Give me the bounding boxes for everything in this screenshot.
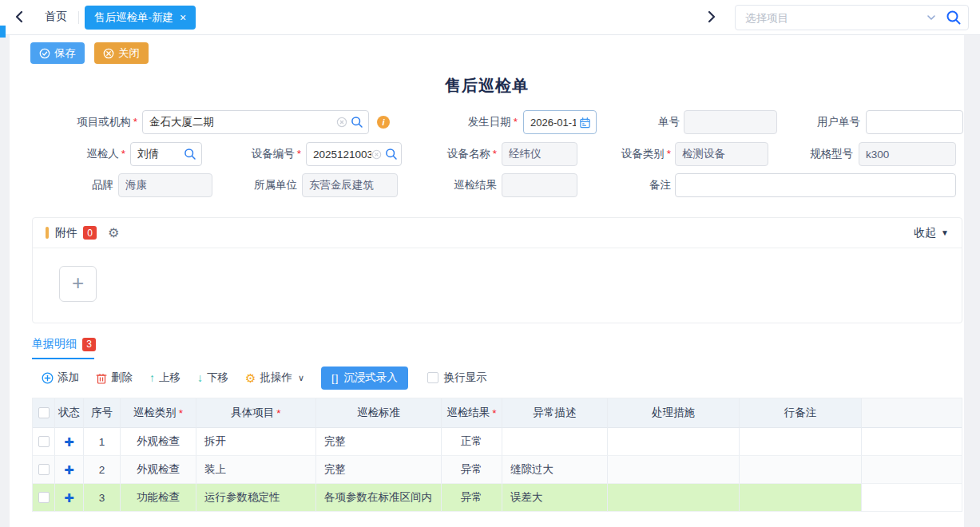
- date-input[interactable]: [523, 110, 597, 134]
- attachments-title: 附件: [55, 226, 77, 240]
- collapse-toggle[interactable]: 收起 ▼: [914, 226, 949, 240]
- col-filler: [862, 398, 962, 428]
- device-code-input-field[interactable]: [313, 149, 371, 160]
- cell-seq: 2: [84, 456, 121, 484]
- date-label: 发生日期*: [449, 115, 518, 129]
- tab-detail-label: 单据明细: [32, 337, 77, 351]
- cell-row-remark[interactable]: [740, 456, 862, 484]
- device-name-label: 设备名称*: [402, 147, 497, 161]
- save-button[interactable]: 保存: [30, 42, 85, 64]
- cell-standard[interactable]: 各项参数在标准区间内: [316, 484, 442, 512]
- status-new-icon[interactable]: ✚: [64, 492, 74, 504]
- save-button-label: 保存: [54, 46, 76, 61]
- tab-active-label: 售后巡检单-新建: [94, 10, 173, 25]
- move-down-button[interactable]: ↓ 下移: [197, 370, 228, 385]
- select-all-checkbox[interactable]: [38, 407, 50, 418]
- back-chevron-icon[interactable]: [15, 10, 23, 23]
- order-no-input: [684, 110, 777, 134]
- cell-row-remark[interactable]: [740, 484, 862, 512]
- remark-input[interactable]: [675, 173, 956, 197]
- arrow-down-icon: ↓: [197, 371, 203, 384]
- cell-measure[interactable]: [608, 484, 740, 512]
- status-new-icon[interactable]: ✚: [64, 464, 74, 476]
- brand-label: 品牌: [48, 178, 113, 192]
- cell-category[interactable]: 外观检查: [121, 428, 196, 456]
- cell-abnormal[interactable]: [502, 428, 608, 456]
- table-row: ✚ 2 外观检查 装上 完整 异常 缝隙过大: [33, 456, 962, 484]
- cell-item[interactable]: 装上: [196, 456, 316, 484]
- clear-icon[interactable]: [336, 117, 347, 128]
- upload-button[interactable]: +: [59, 266, 97, 302]
- cell-row-remark[interactable]: [740, 428, 862, 456]
- attachments-section: 附件 0 ⚙ 收起 ▼ +: [32, 217, 962, 323]
- cell-abnormal[interactable]: 误差大: [502, 484, 608, 512]
- search-icon[interactable]: [184, 148, 196, 160]
- cell-measure[interactable]: [608, 456, 740, 484]
- cell-result[interactable]: 正常: [442, 428, 502, 456]
- device-code-label: 设备编号*: [202, 147, 301, 161]
- project-select-input[interactable]: [745, 12, 926, 24]
- cell-category[interactable]: 外观检查: [121, 456, 196, 484]
- forward-chevron-icon[interactable]: [708, 10, 716, 23]
- delete-row-button[interactable]: 删除: [96, 370, 133, 385]
- device-category-input: [675, 142, 768, 166]
- add-row-button[interactable]: 添加: [42, 370, 79, 385]
- chevron-down-icon[interactable]: [926, 14, 936, 21]
- info-icon[interactable]: i: [377, 116, 390, 129]
- spec-model-input: [859, 142, 956, 166]
- detail-table: 状态 序号 巡检类别* 具体项目* 巡检标准 巡检结果* 异常描述 处理措施 行…: [32, 398, 962, 512]
- clear-icon[interactable]: [371, 149, 382, 160]
- col-measure: 处理措施: [608, 398, 740, 428]
- search-icon[interactable]: [946, 10, 962, 26]
- project-input[interactable]: [142, 110, 369, 134]
- wrap-display-toggle[interactable]: 换行显示: [427, 370, 487, 385]
- form-panel: 保存 关闭 售后巡检单 项目或机构* i 发生日期*: [10, 35, 964, 527]
- status-new-icon[interactable]: ✚: [64, 436, 74, 448]
- device-code-input[interactable]: [306, 142, 402, 166]
- col-standard: 巡检标准: [316, 398, 442, 428]
- inspector-input-field[interactable]: [137, 149, 181, 160]
- tab-home[interactable]: 首页: [45, 10, 67, 24]
- col-status: 状态: [55, 398, 84, 428]
- cell-abnormal[interactable]: 缝隙过大: [502, 456, 608, 484]
- cell-item[interactable]: 运行参数稳定性: [196, 484, 316, 512]
- cell-standard[interactable]: 完整: [316, 456, 442, 484]
- search-icon[interactable]: [351, 116, 363, 129]
- cell-seq: 3: [84, 484, 121, 512]
- wrap-display-checkbox[interactable]: [427, 372, 438, 383]
- inspector-label: 巡检人*: [48, 147, 125, 161]
- unit-label: 所属单位: [212, 178, 297, 192]
- inspector-input[interactable]: [130, 142, 202, 166]
- immersive-entry-button[interactable]: [] 沉浸式录入: [321, 367, 408, 390]
- close-button[interactable]: 关闭: [94, 42, 149, 64]
- unit-input: [302, 173, 398, 197]
- tab-close-icon[interactable]: ×: [180, 12, 186, 23]
- calendar-icon[interactable]: [579, 117, 591, 129]
- move-up-button[interactable]: ↑ 上移: [149, 370, 181, 385]
- tab-active[interactable]: 售后巡检单-新建 ×: [85, 6, 196, 30]
- attachments-header: 附件 0 ⚙ 收起 ▼: [33, 218, 962, 248]
- row-checkbox[interactable]: [38, 464, 50, 475]
- search-icon[interactable]: [385, 148, 398, 160]
- cell-measure[interactable]: [608, 428, 740, 456]
- cell-item[interactable]: 拆开: [196, 428, 316, 456]
- cell-category[interactable]: 功能检查: [121, 484, 196, 512]
- expand-brackets-icon: []: [331, 372, 339, 384]
- project-input-field[interactable]: [149, 117, 333, 129]
- tab-detail[interactable]: 单据明细 3: [32, 337, 96, 351]
- cell-standard[interactable]: 完整: [316, 428, 442, 456]
- date-input-field[interactable]: [530, 117, 576, 129]
- gear-icon[interactable]: ⚙: [108, 227, 119, 240]
- cell-result[interactable]: 异常: [442, 484, 502, 512]
- batch-operations-button[interactable]: ⚙ 批操作 ∨: [245, 370, 304, 385]
- user-order-no-input[interactable]: [866, 110, 963, 134]
- row-checkbox[interactable]: [38, 492, 50, 503]
- section-marker-bar: [46, 227, 49, 239]
- tab-scroll-indicator: [0, 26, 6, 38]
- row-checkbox[interactable]: [38, 436, 50, 447]
- cell-result[interactable]: 异常: [442, 456, 502, 484]
- table-row-selected: ✚ 3 功能检查 运行参数稳定性 各项参数在标准区间内 异常 误差大: [33, 484, 962, 512]
- gear-icon: ⚙: [245, 372, 256, 384]
- remark-label: 备注: [577, 178, 671, 192]
- project-select[interactable]: [735, 5, 969, 30]
